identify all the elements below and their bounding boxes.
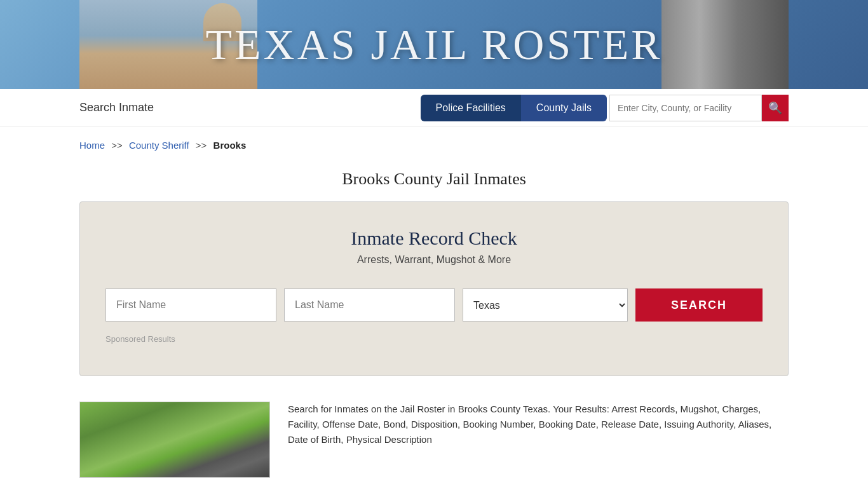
site-title: Texas Jail Roster <box>205 20 662 70</box>
nav-search-container: 🔍 <box>609 95 789 121</box>
county-jails-button[interactable]: County Jails <box>521 95 607 121</box>
aerial-photo <box>80 402 269 477</box>
nav-buttons: Police Facilities County Jails 🔍 <box>421 95 789 121</box>
breadcrumb-county-sheriff[interactable]: County Sheriff <box>129 140 189 151</box>
breadcrumb-current: Brooks <box>214 140 247 151</box>
record-check-box: Inmate Record Check Arrests, Warrant, Mu… <box>79 201 789 376</box>
breadcrumb-sep1: >> <box>111 140 123 151</box>
facility-image <box>79 402 270 478</box>
police-facilities-button[interactable]: Police Facilities <box>421 95 521 121</box>
bottom-section: Search for Inmates on the Jail Roster in… <box>0 389 868 488</box>
header-banner: Texas Jail Roster <box>0 0 868 89</box>
bottom-description: Search for Inmates on the Jail Roster in… <box>288 402 789 478</box>
jail-image <box>661 0 789 89</box>
page-title: Brooks County Jail Inmates <box>0 163 868 201</box>
nav-search-input[interactable] <box>609 95 762 121</box>
site-title-text: Texas Jail <box>205 20 468 69</box>
record-check-title: Inmate Record Check <box>105 227 763 249</box>
record-check-form: AlabamaAlaskaArizonaArkansasCaliforniaCo… <box>105 288 763 322</box>
breadcrumb-home[interactable]: Home <box>79 140 105 151</box>
breadcrumb-sep2: >> <box>196 140 207 151</box>
record-search-button[interactable]: SEARCH <box>635 288 763 322</box>
record-check-subtitle: Arrests, Warrant, Mugshot & More <box>105 254 763 266</box>
nav-search-button[interactable]: 🔍 <box>762 95 789 121</box>
first-name-input[interactable] <box>105 288 276 322</box>
breadcrumb: Home >> County Sheriff >> Brooks <box>0 127 868 163</box>
nav-bar: Search Inmate Police Facilities County J… <box>0 89 868 127</box>
last-name-input[interactable] <box>284 288 455 322</box>
search-inmate-label: Search Inmate <box>79 101 154 114</box>
sponsored-results-label: Sponsored Results <box>105 334 763 344</box>
search-icon: 🔍 <box>768 101 782 115</box>
state-select[interactable]: AlabamaAlaskaArizonaArkansasCaliforniaCo… <box>463 288 628 322</box>
